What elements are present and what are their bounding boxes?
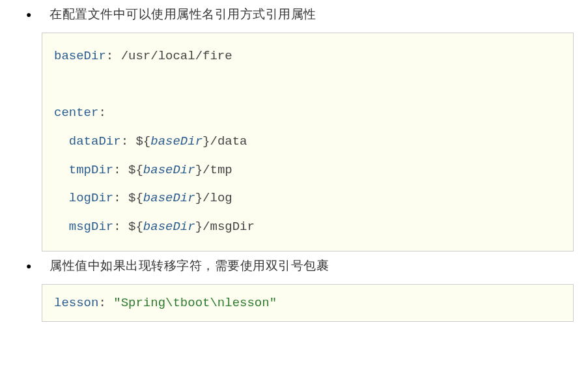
code-token-varref: baseDir xyxy=(143,191,195,205)
code-token-plain: : ${ xyxy=(113,191,143,205)
code-token-varref: baseDir xyxy=(143,163,195,177)
bullet-text: 在配置文件中可以使用属性名引用方式引用属性 xyxy=(49,5,575,23)
code-token-key: msgDir xyxy=(69,220,113,234)
bullet-item: 在配置文件中可以使用属性名引用方式引用属性baseDir: /usr/local… xyxy=(13,5,575,251)
code-block: lesson: "Spring\tboot\nlesson" xyxy=(42,284,574,322)
code-token-plain: : ${ xyxy=(113,163,143,177)
code-token-plain: }/msgDir xyxy=(195,220,255,234)
code-token-plain: : ${ xyxy=(113,220,143,234)
code-token-key: lesson xyxy=(54,296,98,310)
code-token-plain: }/tmp xyxy=(195,163,232,177)
code-token-key: center xyxy=(54,106,98,120)
code-token-plain: : xyxy=(98,296,113,310)
code-token-varref: baseDir xyxy=(143,220,195,234)
bullet-list: 在配置文件中可以使用属性名引用方式引用属性baseDir: /usr/local… xyxy=(13,5,575,322)
code-token-plain: : /usr/local/fire xyxy=(106,49,232,63)
code-token-plain xyxy=(54,191,69,205)
code-token-plain xyxy=(54,134,69,149)
code-token-key: tmpDir xyxy=(69,163,113,177)
code-token-plain xyxy=(54,220,69,234)
code-token-string: "Spring\tboot\nlesson" xyxy=(113,296,277,310)
code-token-key: baseDir xyxy=(54,49,106,63)
code-token-plain xyxy=(54,163,69,177)
bullet-item: 属性值中如果出现转移字符，需要使用双引号包裹lesson: "Spring\tb… xyxy=(13,257,575,322)
code-token-key: dataDir xyxy=(69,134,121,149)
code-token-varref: baseDir xyxy=(150,134,203,149)
code-token-key: logDir xyxy=(69,191,113,205)
code-token-plain: }/data xyxy=(203,134,247,149)
code-token-plain: : xyxy=(98,106,105,120)
bullet-text: 属性值中如果出现转移字符，需要使用双引号包裹 xyxy=(49,257,575,275)
code-token-plain: : ${ xyxy=(121,134,151,149)
code-block: baseDir: /usr/local/fire center: dataDir… xyxy=(42,33,574,251)
code-token-plain: }/log xyxy=(195,191,232,205)
